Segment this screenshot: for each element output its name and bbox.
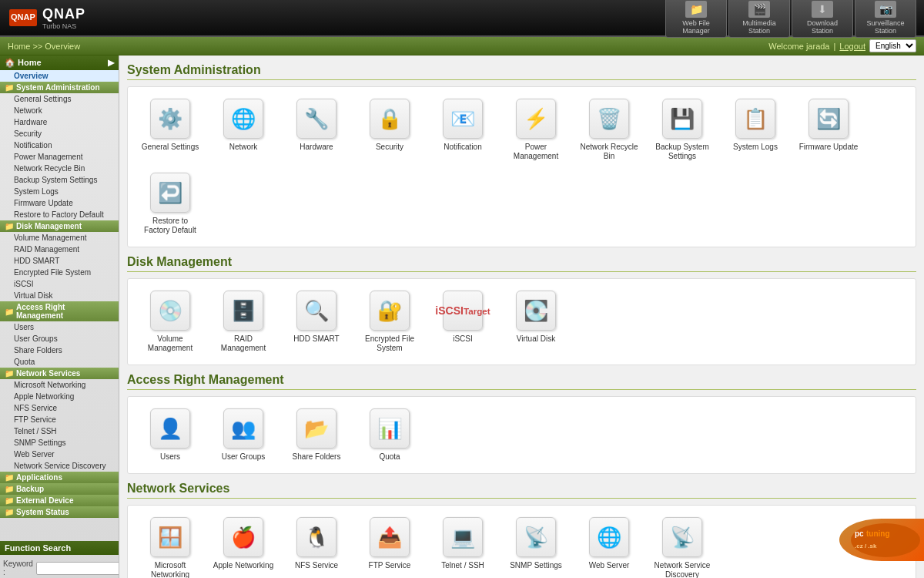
icon-apple-networking[interactable]: 🍎 Apple Networking <box>209 513 278 578</box>
icon-ftp-service[interactable]: 📤 FTP Service <box>355 513 424 578</box>
icon-snmp-settings[interactable]: 📡 SNMP Settings <box>501 513 571 578</box>
icon-nfs-service[interactable]: 🐧 NFS Service <box>282 513 351 578</box>
sidebar-item-virtual-disk[interactable]: Virtual Disk <box>0 290 119 301</box>
icon-firmware-update[interactable]: 🔄 Firmware Update <box>794 95 863 165</box>
icon-iscsi[interactable]: iSCSITarget iSCSI <box>428 287 497 357</box>
sidebar-item-overview[interactable]: Overview <box>0 70 119 82</box>
icon-security[interactable]: 🔒 Security <box>355 95 424 165</box>
sidebar-item-system-logs[interactable]: System Logs <box>0 186 119 197</box>
icon-raid-management[interactable]: 🗄️ RAID Management <box>209 287 278 357</box>
sidebar-item-nfs-service[interactable]: NFS Service <box>0 402 119 414</box>
web-file-manager-label: Web File Manager <box>682 19 710 35</box>
sidebar-item-network-service-discovery[interactable]: Network Service Discovery <box>0 460 119 472</box>
icon-restore-factory[interactable]: ↩️ Restore to Factory Default <box>136 169 205 239</box>
logout-link[interactable]: Logout <box>839 42 865 51</box>
logo-area: QNAP QNAP Turbo NAS <box>8 6 85 30</box>
sidebar-collapse-icon[interactable]: ▶ <box>108 58 114 68</box>
sidebar-item-ftp-service[interactable]: FTP Service <box>0 414 119 425</box>
encrypted-file-system-label: Encrypted File System <box>359 334 420 353</box>
sidebar-item-backup-system-settings[interactable]: Backup System Settings <box>0 174 119 186</box>
icon-encrypted-file-system[interactable]: 🔐 Encrypted File System <box>355 287 424 357</box>
icon-network[interactable]: 🌐 Network <box>209 95 278 165</box>
sidebar-item-network[interactable]: Network <box>0 105 119 116</box>
raid-management-icon: 🗄️ <box>223 291 263 331</box>
icon-network-service-discovery[interactable]: 📡 Network Service Discovery <box>648 513 717 578</box>
icon-share-folders[interactable]: 📂 Share Folders <box>282 405 351 465</box>
language-selector[interactable]: English <box>869 39 916 52</box>
sidebar-section-disk-management[interactable]: 📁 Disk Management <box>0 220 119 232</box>
access-right-grid: 👤 Users 👥 User Groups 📂 Share Folders 📊 … <box>127 396 916 474</box>
sidebar-section-backup[interactable]: 📁 Backup <box>0 483 119 495</box>
folder-icon: 📁 <box>5 369 14 378</box>
snmp-settings-icon: 📡 <box>516 517 556 557</box>
sidebar-item-raid-management[interactable]: RAID Management <box>0 244 119 255</box>
sidebar-item-volume-management[interactable]: Volume Management <box>0 232 119 244</box>
sidebar-item-web-server[interactable]: Web Server <box>0 449 119 460</box>
sidebar-section-system-status[interactable]: 📁 System Status <box>0 506 119 518</box>
sidebar-item-power-management[interactable]: Power Management <box>0 151 119 163</box>
sidebar-item-hardware[interactable]: Hardware <box>0 116 119 128</box>
sidebar-section-access-right[interactable]: 📁 Access Right Management <box>0 301 119 321</box>
sidebar-section-external-device[interactable]: 📁 External Device <box>0 495 119 506</box>
icon-system-logs[interactable]: 📋 System Logs <box>721 95 790 165</box>
hdd-smart-icon: 🔍 <box>296 291 336 331</box>
sidebar-item-iscsi[interactable]: iSCSI <box>0 278 119 290</box>
folder-icon: 📁 <box>5 307 14 316</box>
top-icon-download-station[interactable]: ⬇ Download Station <box>792 0 853 38</box>
sidebar-item-share-folders[interactable]: Share Folders <box>0 344 119 356</box>
pctuning-badge: pc tuning .cz / .sk <box>839 519 924 561</box>
icon-virtual-disk[interactable]: 💽 Virtual Disk <box>501 287 571 357</box>
sidebar-item-hdd-smart[interactable]: HDD SMART <box>0 255 119 267</box>
hardware-icon: 🔧 <box>296 99 336 139</box>
sidebar-section-system-admin[interactable]: 📁 System Administration <box>0 82 119 93</box>
sidebar-item-restore-factory[interactable]: Restore to Factory Default <box>0 209 119 220</box>
network-icon: 🌐 <box>223 99 263 139</box>
section-title-network-services: Network Services <box>127 482 916 499</box>
sidebar-section-applications[interactable]: 📁 Applications <box>0 472 119 483</box>
security-icon: 🔒 <box>370 99 410 139</box>
sidebar-item-security[interactable]: Security <box>0 128 119 139</box>
icon-microsoft-networking[interactable]: 🪟 Microsoft Networking <box>136 513 205 578</box>
logo-sub: Turbo NAS <box>42 22 85 30</box>
sidebar-section-network-services[interactable]: 📁 Network Services <box>0 368 119 379</box>
icon-users[interactable]: 👤 Users <box>136 405 205 465</box>
sidebar-item-snmp-settings[interactable]: SNMP Settings <box>0 437 119 449</box>
top-icon-web-file-manager[interactable]: 📁 Web File Manager <box>665 0 727 38</box>
sidebar-item-apple-networking[interactable]: Apple Networking <box>0 391 119 402</box>
multimedia-station-label: Multimedia Station <box>742 19 776 35</box>
sidebar-item-encrypted-file-system[interactable]: Encrypted File System <box>0 267 119 278</box>
sidebar-item-user-groups[interactable]: User Groups <box>0 333 119 344</box>
sidebar-item-quota[interactable]: Quota <box>0 356 119 368</box>
icon-power-management[interactable]: ⚡ Power Management <box>501 95 571 165</box>
icon-quota[interactable]: 📊 Quota <box>355 405 424 465</box>
icon-network-recycle-bin[interactable]: 🗑️ Network Recycle Bin <box>574 95 644 165</box>
users-label: Users <box>160 452 180 462</box>
icon-hardware[interactable]: 🔧 Hardware <box>282 95 351 165</box>
network-services-grid: 🪟 Microsoft Networking 🍎 Apple Networkin… <box>127 505 916 578</box>
sidebar-item-network-recycle-bin[interactable]: Network Recycle Bin <box>0 163 119 174</box>
microsoft-networking-label: Microsoft Networking <box>139 561 201 578</box>
sidebar-item-firmware-update[interactable]: Firmware Update <box>0 197 119 209</box>
icon-notification[interactable]: 📧 Notification <box>428 95 497 165</box>
icon-volume-management[interactable]: 💿 Volume Management <box>136 287 205 357</box>
top-icon-surveillance-station[interactable]: 📷 Surveillance Station <box>855 0 916 38</box>
sidebar-home-header[interactable]: 🏠 Home ▶ <box>0 55 119 70</box>
icon-web-server[interactable]: 🌐 Web Server <box>574 513 644 578</box>
icon-user-groups[interactable]: 👥 User Groups <box>209 405 278 465</box>
sidebar-item-microsoft-networking[interactable]: Microsoft Networking <box>0 379 119 391</box>
ftp-service-label: FTP Service <box>369 561 411 570</box>
icon-backup-system-settings[interactable]: 💾 Backup System Settings <box>648 95 717 165</box>
sidebar-item-notification[interactable]: Notification <box>0 139 119 151</box>
sidebar-item-users[interactable]: Users <box>0 321 119 333</box>
icon-general-settings[interactable]: ⚙️ General Settings <box>136 95 205 165</box>
sidebar-item-telnet-ssh[interactable]: Telnet / SSH <box>0 425 119 437</box>
backup-system-settings-label: Backup System Settings <box>651 143 713 161</box>
icon-hdd-smart[interactable]: 🔍 HDD SMART <box>282 287 351 357</box>
function-search-title: Function Search <box>0 541 119 555</box>
firmware-update-icon: 🔄 <box>808 99 849 139</box>
top-icon-multimedia-station[interactable]: 🎬 Multimedia Station <box>728 0 790 38</box>
search-input[interactable] <box>36 562 119 575</box>
icon-telnet-ssh[interactable]: 💻 Telnet / SSH <box>428 513 497 578</box>
sidebar-bottom: Function Search Keyword : <box>0 541 119 578</box>
sidebar-item-general-settings[interactable]: General Settings <box>0 93 119 105</box>
